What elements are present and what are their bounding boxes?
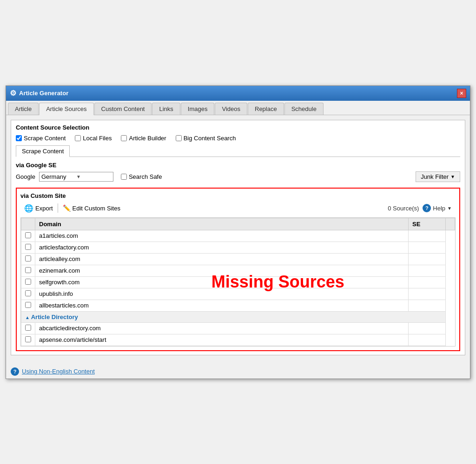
- help-label: Help: [433, 205, 445, 212]
- via-google-label: via Google SE: [16, 162, 460, 169]
- tab-schedule[interactable]: Schedule: [284, 103, 324, 115]
- row-check-2[interactable]: [21, 242, 35, 253]
- window-title: Article Generator: [19, 90, 68, 97]
- junk-filter-label: Junk Filter: [421, 173, 449, 180]
- row-check-3[interactable]: [21, 253, 35, 265]
- non-english-link[interactable]: Using Non-English Content: [22, 368, 95, 375]
- tab-images[interactable]: Images: [181, 103, 215, 115]
- big-content-checkbox-label[interactable]: Big Content Search: [176, 135, 236, 142]
- google-row: Google Germany ▼ Search Safe Junk Filter…: [16, 171, 460, 182]
- tab-replace[interactable]: Replace: [248, 103, 284, 115]
- junk-filter-arrow-icon: ▼: [450, 174, 455, 179]
- sources-count: 0 Source(s): [388, 205, 419, 212]
- domain-cell-g2: apsense.com/article/start: [35, 334, 409, 346]
- tab-videos[interactable]: Videos: [215, 103, 247, 115]
- main-content: Content Source Selection Scrape Content …: [6, 115, 470, 365]
- domain-checkbox-5[interactable]: [25, 279, 31, 285]
- domain-cell-2: articlesfactory.com: [35, 242, 409, 253]
- table-row: a1articles.com: [21, 230, 455, 242]
- app-icon: ⚙: [10, 89, 16, 98]
- via-custom-site-section: via Custom Site 🌐 Export ✏️ Edit Custom …: [16, 188, 460, 351]
- select-arrow-icon: ▼: [76, 174, 111, 179]
- se-cell-g1: [409, 322, 446, 334]
- table-row: apsense.com/article/start: [21, 334, 455, 346]
- row-check-g2[interactable]: [21, 334, 35, 346]
- tab-article[interactable]: Article: [8, 103, 39, 115]
- title-bar: ⚙ Article Generator ×: [6, 86, 470, 101]
- se-cell-2: [409, 242, 446, 253]
- article-builder-checkbox-label[interactable]: Article Builder: [121, 135, 166, 142]
- domain-checkbox-g2[interactable]: [25, 336, 31, 342]
- tab-links[interactable]: Links: [152, 103, 180, 115]
- help-button[interactable]: ? Help ▼: [419, 203, 456, 213]
- domain-cell-1: a1articles.com: [35, 230, 409, 242]
- edit-custom-sites-label: Edit Custom Sites: [73, 205, 120, 212]
- big-content-checkbox[interactable]: [176, 135, 182, 141]
- google-country-select[interactable]: Germany ▼: [39, 172, 113, 182]
- export-button[interactable]: 🌐 Export: [20, 203, 57, 214]
- table-row: allbestarticles.com: [21, 300, 455, 311]
- search-safe-checkbox-label[interactable]: Search Safe: [121, 173, 162, 180]
- domain-checkbox-3[interactable]: [25, 255, 31, 261]
- domain-checkbox-4[interactable]: [25, 267, 31, 273]
- footer: ? Using Non-English Content: [6, 365, 470, 379]
- row-check-7[interactable]: [21, 300, 35, 311]
- se-cell-3: [409, 253, 446, 265]
- col-header-scroll: [446, 218, 455, 230]
- inner-tab-scrape[interactable]: Scrape Content: [16, 145, 70, 157]
- local-files-checkbox-label[interactable]: Local Files: [75, 135, 112, 142]
- row-check-5[interactable]: [21, 276, 35, 288]
- domain-cell-6: upublish.info: [35, 288, 409, 300]
- se-cell-g2: [409, 334, 446, 346]
- tabs-bar: Article Article Sources Custom Content L…: [6, 101, 470, 115]
- row-check-g1[interactable]: [21, 322, 35, 334]
- domain-cell-g1: abcarticledirectory.com: [35, 322, 409, 334]
- close-button[interactable]: ×: [457, 89, 466, 98]
- table-body: a1articles.com articlesfactory.com: [21, 230, 455, 346]
- group-header-row: ▲ Article Directory: [21, 311, 455, 322]
- help-circle-icon: ?: [423, 204, 431, 212]
- domain-checkbox-6[interactable]: [25, 290, 31, 296]
- edit-custom-sites-button[interactable]: ✏️ Edit Custom Sites: [59, 203, 124, 213]
- table-row: upublish.info: [21, 288, 455, 300]
- main-window: ⚙ Article Generator × Article Article So…: [6, 85, 470, 379]
- col-header-se: SE: [409, 218, 446, 230]
- group-header-cell: ▲ Article Directory: [21, 311, 446, 322]
- scrape-content-checkbox[interactable]: [16, 135, 22, 141]
- via-custom-site-label: via Custom Site: [20, 192, 456, 199]
- collapse-triangle-icon[interactable]: ▲: [25, 315, 31, 320]
- tab-custom-content[interactable]: Custom Content: [94, 103, 152, 115]
- table-row: articlesfactory.com: [21, 242, 455, 253]
- row-check-4[interactable]: [21, 265, 35, 276]
- row-check-6[interactable]: [21, 288, 35, 300]
- col-header-domain: Domain: [35, 218, 409, 230]
- se-cell-5: [409, 276, 446, 288]
- domains-table: Domain SE a1articles.com: [21, 218, 455, 346]
- table-row: ezinemark.com: [21, 265, 455, 276]
- row-check-1[interactable]: [21, 230, 35, 242]
- domains-table-wrapper: Missing Sources Domain SE: [20, 217, 456, 346]
- domain-checkbox-7[interactable]: [25, 302, 31, 308]
- header-row: Domain SE: [21, 218, 455, 230]
- search-safe-checkbox[interactable]: [121, 174, 127, 180]
- google-text-label: Google: [16, 173, 35, 180]
- domain-checkbox-g1[interactable]: [25, 325, 31, 331]
- via-google-section: via Google SE Google Germany ▼ Search Sa…: [16, 162, 460, 182]
- export-icon: 🌐: [24, 204, 33, 213]
- table-row: abcarticledirectory.com: [21, 322, 455, 334]
- scrape-content-label: Scrape Content: [24, 135, 66, 142]
- domain-checkbox-1[interactable]: [25, 232, 31, 238]
- scrape-content-checkbox-label[interactable]: Scrape Content: [16, 135, 66, 142]
- se-cell-6: [409, 288, 446, 300]
- domain-cell-4: ezinemark.com: [35, 265, 409, 276]
- domain-checkbox-2[interactable]: [25, 244, 31, 250]
- local-files-checkbox[interactable]: [75, 135, 81, 141]
- tab-article-sources[interactable]: Article Sources: [39, 103, 93, 115]
- junk-filter-container: Junk Filter ▼: [416, 171, 460, 182]
- content-source-section: Content Source Selection Scrape Content …: [11, 120, 465, 355]
- search-safe-label: Search Safe: [129, 173, 162, 180]
- junk-filter-button[interactable]: Junk Filter ▼: [416, 171, 460, 182]
- domains-table-container[interactable]: Domain SE a1articles.com: [20, 217, 456, 346]
- article-builder-checkbox[interactable]: [121, 135, 127, 141]
- table-row: articlealley.com: [21, 253, 455, 265]
